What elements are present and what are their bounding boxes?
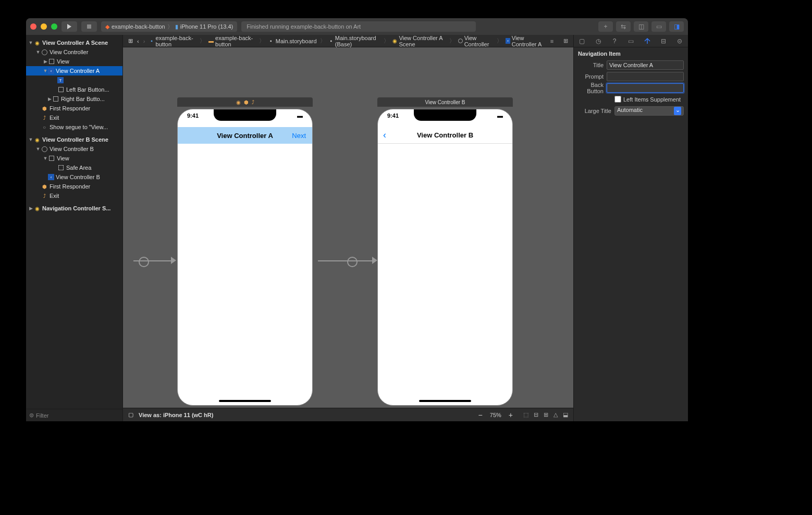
attributes-inspector-tab[interactable]: [643, 36, 652, 46]
breadcrumb-storyboard-base[interactable]: ▪Main.storyboard (Base): [327, 35, 383, 47]
outline-navitem-b[interactable]: ‹View Controller B: [26, 172, 122, 182]
zoom-window-button[interactable]: [51, 23, 57, 30]
help-inspector-tab[interactable]: ?: [610, 36, 619, 46]
backbutton-field[interactable]: [607, 83, 684, 93]
file-inspector-tab[interactable]: ▢: [577, 36, 587, 46]
title-field[interactable]: [607, 60, 684, 70]
back-chevron-icon[interactable]: ‹: [383, 130, 386, 141]
next-button[interactable]: Next: [292, 132, 306, 140]
breadcrumb-vc[interactable]: View Controller: [456, 35, 496, 47]
safearea-icon: [57, 164, 65, 171]
outline-navitem-a[interactable]: ▼‹View Controller A: [26, 66, 122, 76]
storyboard-icon: ▪: [329, 38, 334, 44]
breadcrumb-storyboard[interactable]: ▪Main.storyboard: [266, 38, 319, 44]
outline-scene-a[interactable]: ▼◉View Controller A Scene: [26, 38, 122, 47]
viewcontroller-a-canvas[interactable]: ◉ ⬢ ⤴ 9:41 ▬ View Controller A Next: [177, 97, 313, 405]
storyboard-canvas[interactable]: ◉ ⬢ ⤴ 9:41 ▬ View Controller A Next: [123, 47, 573, 408]
stop-button[interactable]: [81, 21, 97, 32]
embed-in-button[interactable]: ⬓: [563, 411, 568, 418]
identity-inspector-tab[interactable]: ▭: [626, 36, 635, 46]
view-as-label[interactable]: View as: iPhone 11 (wC hR): [139, 412, 213, 418]
chevron-right-icon: 〉: [167, 23, 173, 31]
breadcrumb-folder[interactable]: ▬example-back-button: [206, 35, 258, 47]
vc-dock-icon[interactable]: ◉: [236, 99, 241, 105]
viewcontroller-icon: [41, 48, 48, 56]
breadcrumb-scene[interactable]: ◉View Controller A Scene: [390, 35, 448, 47]
breadcrumb-project[interactable]: ▪example-back-button: [147, 35, 199, 47]
connections-inspector-tab[interactable]: ⊝: [675, 36, 684, 46]
outline-segue[interactable]: ○Show segue to "View...: [26, 122, 122, 132]
navigation-bar-b[interactable]: ‹ View Controller B: [378, 127, 512, 144]
exit-icon: ⤴: [41, 192, 48, 199]
outline-scene-nav[interactable]: ▶◉Navigation Controller S...: [26, 204, 122, 213]
back-button[interactable]: ‹: [135, 38, 141, 44]
forward-button[interactable]: ›: [141, 38, 147, 44]
viewcontroller-icon: [458, 38, 463, 44]
firstresponder-icon: ⬢: [41, 183, 48, 190]
app-icon: ◆: [105, 23, 109, 30]
status-bar: 9:41 ▬: [178, 112, 312, 121]
toggle-navigator-button[interactable]: ◫: [634, 21, 648, 32]
prompt-label: Prompt: [578, 73, 607, 80]
add-editor-button[interactable]: ⊞: [561, 36, 570, 46]
scene-dock-b[interactable]: View Controller B: [377, 97, 513, 107]
resolve-button[interactable]: △: [553, 411, 558, 418]
embed-button[interactable]: ⬚: [523, 411, 528, 418]
outline-title-item[interactable]: T: [26, 76, 122, 85]
leftitems-checkbox[interactable]: [614, 96, 621, 103]
breadcrumb-navitem[interactable]: ‹View Controller A: [503, 35, 547, 47]
firstresponder-icon: ⬢: [41, 105, 48, 112]
segue-circle-icon: [347, 257, 358, 267]
scheme-selector[interactable]: ◆ example-back-button 〉 ▮ iPhone 11 Pro …: [101, 21, 237, 32]
toggle-debug-button[interactable]: ▭: [651, 21, 666, 32]
largetitle-select[interactable]: Automatic: [614, 106, 684, 116]
outline-rightbar[interactable]: ▶Right Bar Butto...: [26, 94, 122, 104]
zoom-out-button[interactable]: −: [478, 411, 483, 419]
code-review-button[interactable]: ⇆: [616, 21, 631, 32]
scene-dock-a[interactable]: ◉ ⬢ ⤴: [177, 97, 313, 107]
outline-exit-b[interactable]: ⤴Exit: [26, 191, 122, 200]
svg-marker-0: [67, 24, 71, 29]
align-button[interactable]: ⊟: [534, 411, 538, 418]
zoom-in-button[interactable]: +: [509, 411, 513, 419]
navigation-bar-a[interactable]: View Controller A Next: [178, 127, 312, 144]
home-indicator: [419, 400, 471, 402]
battery-icon: ▬: [297, 112, 303, 121]
outline-scene-b[interactable]: ▼◉View Controller B Scene: [26, 135, 122, 144]
outline-leftbar[interactable]: Left Bar Button...: [26, 85, 122, 94]
pin-button[interactable]: ⊞: [544, 411, 548, 418]
library-button[interactable]: +: [598, 21, 613, 32]
zoom-level[interactable]: 75%: [490, 412, 501, 418]
viewcontroller-b-canvas[interactable]: View Controller B 9:41 ▬ ‹ View Controll…: [377, 97, 513, 405]
size-inspector-tab[interactable]: ⊟: [659, 36, 668, 46]
nav-title-a[interactable]: View Controller A: [217, 132, 273, 140]
minimize-window-button[interactable]: [41, 23, 47, 30]
firstresponder-dock-icon[interactable]: ⬢: [244, 99, 249, 105]
folder-icon: ▬: [208, 38, 214, 44]
nav-title-b: View Controller B: [417, 131, 473, 139]
device-config-button[interactable]: ▢: [128, 411, 133, 418]
outline-safearea[interactable]: Safe Area: [26, 163, 122, 172]
run-button[interactable]: [61, 21, 77, 32]
close-window-button[interactable]: [30, 23, 36, 30]
outline-view-b[interactable]: ▼View: [26, 154, 122, 163]
exit-icon: ⤴: [41, 114, 48, 121]
outline-firstresponder-b[interactable]: ⬢First Responder: [26, 182, 122, 191]
scene-icon: ◉: [33, 205, 41, 212]
toggle-inspector-button[interactable]: ◨: [669, 21, 684, 32]
barbutton-icon: [52, 95, 59, 103]
prompt-field[interactable]: [607, 72, 684, 81]
exit-dock-icon[interactable]: ⤴: [252, 99, 254, 105]
segue-arrow[interactable]: [318, 260, 374, 261]
adjust-editor-button[interactable]: ≡: [547, 36, 557, 46]
outline-vc-a[interactable]: ▼View Controller: [26, 47, 122, 57]
outline-vc-b[interactable]: ▼View Controller B: [26, 144, 122, 154]
related-items-button[interactable]: ⊞: [126, 37, 135, 44]
canvas-bottom-bar: ▢ View as: iPhone 11 (wC hR) − 75% + ⬚ ⊟…: [123, 408, 573, 421]
history-inspector-tab[interactable]: ◷: [594, 36, 603, 46]
outline-view-a[interactable]: ▶View: [26, 57, 122, 66]
outline-firstresponder-a[interactable]: ⬢First Responder: [26, 104, 122, 113]
home-indicator: [219, 400, 271, 402]
outline-filter[interactable]: ⊜ Filter: [26, 409, 122, 421]
outline-exit-a[interactable]: ⤴Exit: [26, 113, 122, 122]
